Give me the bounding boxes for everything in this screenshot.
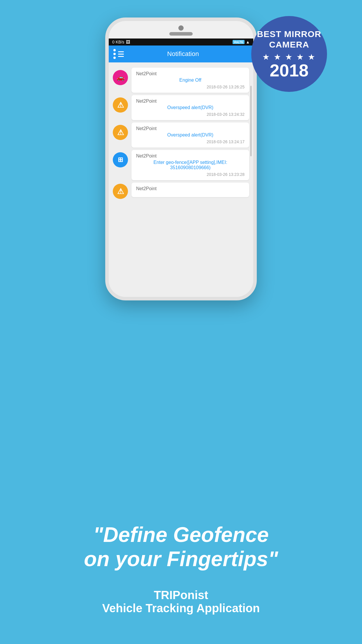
status-left: 0 KB/s 🖼 [112, 40, 130, 44]
notif-message-3: Overspeed alert(DVR) [136, 132, 245, 138]
volte-badge: VoLTE [233, 40, 245, 44]
award-badge: BEST MIRROR CAMERA ★ ★ ★ ★ ★ 2018 [251, 16, 327, 92]
notif-icon-1: 🚗 [113, 70, 128, 85]
nav-line-1 [118, 51, 124, 52]
phone-speaker [169, 32, 193, 36]
signal-icon: ▲ [246, 40, 250, 44]
phone-camera [178, 25, 184, 31]
notif-message-1: Engine Off [136, 78, 245, 83]
notif-card-2: Net2Point Overspeed alert(DVR) 2018-03-2… [131, 95, 249, 120]
notif-time-4: 2018-03-26 13:23:28 [136, 172, 245, 177]
phone-screen: 0 KB/s 🖼 VoLTE ▲ [109, 38, 253, 297]
scroll-indicator [250, 86, 252, 156]
notif-card-1: Net2Point Engine Off 2018-03-26 13:26:25 [131, 68, 249, 93]
nav-line-3 [118, 56, 124, 57]
main-quote: "Define Geofence on your Fingertips" [17, 523, 345, 571]
notification-item-2: ⚠ Net2Point Overspeed alert(DVR) 2018-03… [113, 95, 249, 120]
app-name: TRIPonist [17, 589, 345, 602]
notif-message-4: Enter geo-fence([APP setting],IMEI: 3516… [136, 160, 245, 170]
nav-title: Notification [129, 50, 238, 58]
notif-card-4: Net2Point Enter geo-fence([APP setting],… [131, 150, 249, 180]
notif-card-3: Net2Point Overspeed alert(DVR) 2018-03-2… [131, 123, 249, 148]
phone-bottom-bar [109, 297, 253, 300]
nav-lines [118, 51, 124, 57]
badge-title: BEST MIRROR CAMERA [257, 29, 321, 50]
notif-sender-3: Net2Point [136, 126, 245, 131]
nav-dots [113, 49, 116, 59]
nav-line-2 [118, 54, 124, 55]
warning-icon-3: ⚠ [117, 128, 124, 137]
kb-status: 0 KB/s [112, 40, 124, 44]
warning-icon-5: ⚠ [117, 187, 124, 196]
notif-icon-2: ⚠ [113, 97, 128, 113]
status-right: VoLTE ▲ [233, 40, 250, 44]
car-icon: 🚗 [117, 74, 124, 81]
fence-icon: ⊞ [118, 156, 123, 164]
notifications-list: 🚗 Net2Point Engine Off 2018-03-26 13:26:… [109, 62, 253, 297]
notif-sender-5: Net2Point [136, 186, 245, 191]
notif-sender-1: Net2Point [136, 71, 245, 76]
notif-message-2: Overspeed alert(DVR) [136, 105, 245, 110]
notification-item-3: ⚠ Net2Point Overspeed alert(DVR) 2018-03… [113, 123, 249, 148]
notif-sender-2: Net2Point [136, 99, 245, 104]
notif-card-5: Net2Point [131, 183, 249, 197]
image-icon: 🖼 [126, 40, 130, 44]
app-nav-bar: Notification [109, 46, 253, 62]
notif-time-1: 2018-03-26 13:26:25 [136, 85, 245, 89]
phone-top [109, 21, 253, 38]
notif-time-2: 2018-03-26 13:24:32 [136, 112, 245, 117]
nav-dot-1 [113, 49, 116, 51]
status-bar: 0 KB/s 🖼 VoLTE ▲ [109, 38, 253, 46]
notif-icon-4: ⊞ [113, 152, 128, 167]
nav-menu-area [113, 49, 124, 59]
bottom-text-area: "Define Geofence on your Fingertips" TRI… [0, 523, 362, 615]
warning-icon-2: ⚠ [117, 101, 124, 110]
app-subtitle: Vehicle Tracking Application [17, 602, 345, 615]
notification-item-1: 🚗 Net2Point Engine Off 2018-03-26 13:26:… [113, 68, 249, 93]
phone-mockup: 0 KB/s 🖼 VoLTE ▲ [105, 18, 257, 300]
phone-body: 0 KB/s 🖼 VoLTE ▲ [105, 18, 257, 300]
nav-dot-2 [113, 53, 116, 55]
notif-icon-5: ⚠ [113, 184, 128, 199]
badge-stars: ★ ★ ★ ★ ★ [262, 52, 316, 62]
notif-sender-4: Net2Point [136, 153, 245, 159]
notification-item-4: ⊞ Net2Point Enter geo-fence([APP setting… [113, 150, 249, 180]
nav-dot-3 [113, 57, 116, 59]
notif-icon-3: ⚠ [113, 125, 128, 140]
badge-year: 2018 [270, 62, 308, 79]
notif-time-3: 2018-03-26 13:24:17 [136, 139, 245, 144]
notification-item-5: ⚠ Net2Point [113, 183, 249, 199]
